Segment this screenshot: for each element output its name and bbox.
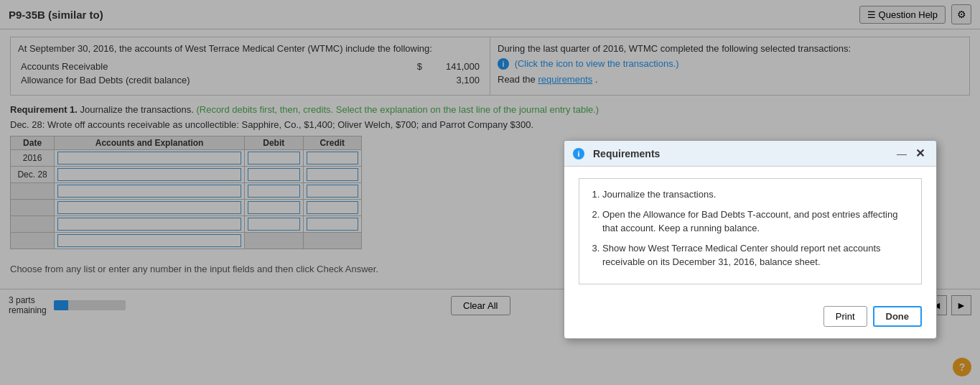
modal-header-left: i Requirements	[573, 148, 894, 159]
modal-content-box: Journalize the transactions. Open the Al…	[579, 178, 922, 284]
modal-title: Requirements	[593, 148, 660, 159]
done-button[interactable]: Done	[873, 306, 923, 322]
list-item: Journalize the transactions.	[602, 187, 910, 202]
list-item: Open the Allowance for Bad Debts T-accou…	[602, 208, 910, 236]
list-item: Show how West Terrace Medical Center sho…	[602, 241, 910, 269]
print-button[interactable]: Print	[823, 306, 867, 322]
requirements-modal: i Requirements — ✕ Journalize the transa…	[564, 140, 937, 321]
modal-footer: Print Done	[564, 306, 936, 322]
modal-header-right: — ✕	[894, 147, 928, 160]
modal-header: i Requirements — ✕	[564, 141, 936, 167]
modal-overlay: i Requirements — ✕ Journalize the transa…	[0, 0, 980, 321]
modal-minimize-button[interactable]: —	[894, 148, 910, 159]
modal-info-icon: i	[573, 148, 584, 159]
modal-close-button[interactable]: ✕	[913, 147, 928, 160]
requirements-list: Journalize the transactions. Open the Al…	[602, 187, 910, 269]
modal-body: Journalize the transactions. Open the Al…	[564, 167, 936, 306]
